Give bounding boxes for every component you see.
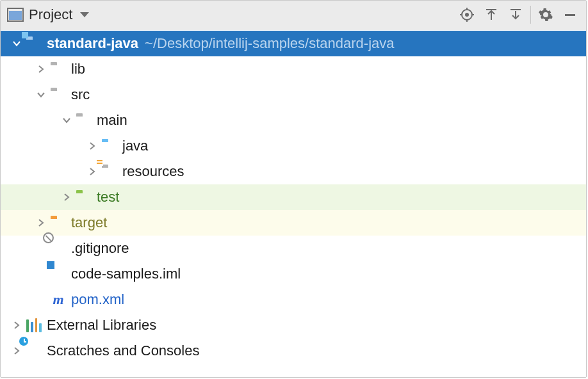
tree-node-test[interactable]: test xyxy=(1,184,586,210)
chevron-right-icon[interactable] xyxy=(85,139,99,153)
chevron-down-icon[interactable] xyxy=(10,36,24,51)
module-root[interactable]: standard-java ~/Desktop/intellij-samples… xyxy=(1,31,586,56)
module-folder-icon xyxy=(26,36,42,51)
expand-all-button[interactable] xyxy=(479,3,503,27)
svg-point-1 xyxy=(465,13,469,17)
folder-icon xyxy=(51,88,66,102)
project-toolbar: Project xyxy=(1,1,586,29)
collapse-all-button[interactable] xyxy=(503,3,528,27)
tree-node-gitignore[interactable]: .gitignore xyxy=(1,236,586,261)
node-label: .gitignore xyxy=(71,240,129,257)
external-libraries-icon xyxy=(26,318,42,332)
minimize-icon xyxy=(564,8,576,21)
node-label: java xyxy=(122,138,148,154)
node-label: lib xyxy=(71,61,85,77)
tree-node-java[interactable]: java xyxy=(1,133,586,159)
scratches-icon xyxy=(26,344,42,358)
excluded-folder-icon xyxy=(51,216,66,230)
toolbar-separator xyxy=(530,6,531,24)
node-label: resources xyxy=(122,163,184,180)
collapse-all-icon xyxy=(509,8,523,22)
source-folder-icon xyxy=(102,139,117,153)
target-icon xyxy=(459,7,475,22)
chevron-down-icon[interactable] xyxy=(60,113,74,127)
test-folder-icon xyxy=(76,190,92,204)
module-path: ~/Desktop/intellij-samples/standard-java xyxy=(145,35,394,52)
node-label: External Libraries xyxy=(47,317,156,334)
chevron-right-icon[interactable] xyxy=(34,62,48,76)
node-label: target xyxy=(71,214,107,231)
hide-button[interactable] xyxy=(558,3,582,27)
tree-node-lib[interactable]: lib xyxy=(1,56,586,82)
maven-pom-icon: m xyxy=(51,293,66,307)
node-label: test xyxy=(97,189,119,206)
settings-button[interactable] xyxy=(534,3,558,27)
tree-node-scratches[interactable]: Scratches and Consoles xyxy=(1,338,586,364)
tree-node-src[interactable]: src xyxy=(1,82,586,108)
node-label: src xyxy=(71,86,90,103)
folder-icon xyxy=(51,62,66,76)
chevron-right-icon[interactable] xyxy=(85,165,99,179)
project-panel-icon xyxy=(7,8,24,22)
module-name: standard-java xyxy=(47,35,138,52)
tree-node-external-libraries[interactable]: External Libraries xyxy=(1,312,586,338)
project-tree[interactable]: standard-java ~/Desktop/intellij-samples… xyxy=(1,29,586,377)
tree-node-main[interactable]: main xyxy=(1,108,586,133)
node-label: Scratches and Consoles xyxy=(47,343,199,359)
tree-node-target[interactable]: target xyxy=(1,210,586,236)
node-label: code-samples.iml xyxy=(71,266,181,282)
resources-folder-icon xyxy=(102,165,117,179)
gear-icon xyxy=(538,7,553,22)
file-ignored-icon xyxy=(51,241,66,255)
tree-node-resources[interactable]: resources xyxy=(1,159,586,184)
tree-node-iml[interactable]: code-samples.iml xyxy=(1,261,586,287)
chevron-down-icon[interactable] xyxy=(34,88,48,102)
chevron-right-icon[interactable] xyxy=(60,190,74,204)
node-label: pom.xml xyxy=(71,291,124,308)
tree-node-pom[interactable]: m pom.xml xyxy=(1,287,586,312)
chevron-right-icon[interactable] xyxy=(34,216,48,230)
folder-icon xyxy=(76,113,92,127)
view-dropdown-icon[interactable] xyxy=(80,12,89,17)
locate-button[interactable] xyxy=(455,3,479,27)
svg-rect-10 xyxy=(565,14,575,16)
chevron-right-icon[interactable] xyxy=(10,318,24,332)
project-tool-window: Project xyxy=(0,0,587,378)
node-label: main xyxy=(97,112,127,129)
iml-file-icon xyxy=(51,267,66,281)
view-selector[interactable]: Project xyxy=(29,6,72,23)
expand-all-icon xyxy=(484,8,498,22)
